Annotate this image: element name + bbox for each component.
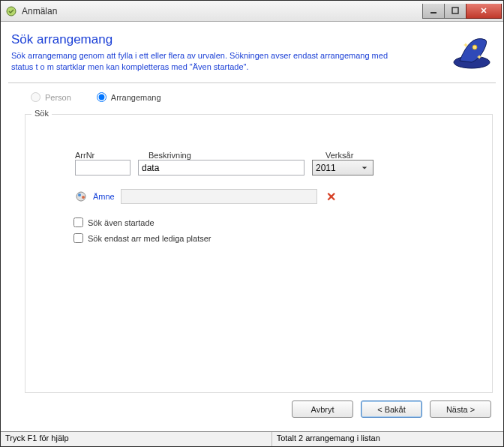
search-legend: Sök: [32, 109, 52, 118]
radio-arrangemang-input[interactable]: [97, 92, 106, 102]
amne-link[interactable]: Ämne: [93, 192, 115, 201]
maximize-button[interactable]: [444, 4, 466, 19]
arrnr-label: ArrNr: [75, 151, 135, 160]
radio-person[interactable]: Person: [31, 92, 71, 102]
radio-arrangemang[interactable]: Arrangemang: [97, 92, 161, 102]
wizard-header: Sök arrangemang Sök arrangemang genom at…: [8, 28, 496, 83]
check-startade[interactable]: Sök även startade: [74, 218, 477, 227]
search-group: Sök ArrNr Beskrivning Verksår 2011 Ämne: [25, 114, 493, 393]
svg-point-7: [82, 196, 85, 199]
app-icon: [5, 5, 17, 17]
chevron-down-icon: [359, 160, 370, 175]
subject-icon: [75, 190, 87, 202]
window-buttons: [423, 4, 502, 19]
check-startade-input[interactable]: [74, 218, 83, 227]
radio-person-input[interactable]: [31, 92, 40, 102]
amne-input[interactable]: [121, 189, 317, 204]
clear-icon[interactable]: ✕: [323, 190, 339, 204]
svg-point-4: [472, 45, 477, 50]
wizard-buttons: Avbryt < Bakåt Nästa >: [8, 393, 496, 424]
status-help: Tryck F1 för hjälp: [1, 432, 272, 446]
status-count: Totalt 2 arrangemang i listan: [272, 432, 503, 446]
status-bar: Tryck F1 för hjälp Totalt 2 arrangemang …: [1, 431, 503, 446]
close-button[interactable]: [466, 4, 502, 19]
field-inputs-row: 2011: [40, 160, 477, 176]
beskrivning-input[interactable]: [138, 160, 304, 176]
window-title: Anmälan: [22, 6, 423, 16]
verksar-value: 2011: [316, 163, 359, 173]
verksar-combo[interactable]: 2011: [312, 160, 374, 176]
cancel-button[interactable]: Avbryt: [292, 400, 353, 418]
wizard-title: Sök arrangemang: [11, 32, 493, 47]
check-lediga-input[interactable]: [74, 233, 83, 243]
field-labels-row: ArrNr Beskrivning Verksår: [40, 151, 477, 160]
arrnr-input[interactable]: [75, 160, 130, 176]
wizard-hat-icon: [451, 28, 493, 70]
mode-radios: Person Arrangemang: [8, 83, 496, 106]
back-button[interactable]: < Bakåt: [361, 400, 422, 418]
next-button[interactable]: Nästa >: [430, 400, 491, 418]
check-startade-label: Sök även startade: [88, 218, 154, 227]
minimize-button[interactable]: [422, 4, 445, 19]
radio-person-label: Person: [45, 93, 71, 102]
titlebar: Anmälan: [1, 1, 503, 22]
app-window: Anmälan Sök arrangemang Sök arrangemang …: [0, 0, 504, 447]
beskrivning-label: Beskrivning: [148, 151, 312, 160]
svg-rect-1: [430, 12, 436, 14]
check-lediga[interactable]: Sök endast arr med lediga platser: [74, 233, 477, 243]
svg-point-6: [78, 194, 81, 196]
svg-rect-2: [452, 8, 458, 14]
verksar-label: Verksår: [326, 151, 386, 160]
radio-arrangemang-label: Arrangemang: [111, 93, 161, 102]
checkboxes: Sök även startade Sök endast arr med led…: [40, 218, 477, 243]
content-area: Sök arrangemang Sök arrangemang genom at…: [1, 22, 503, 431]
amne-row: Ämne ✕: [40, 189, 477, 204]
check-lediga-label: Sök endast arr med lediga platser: [88, 234, 211, 243]
wizard-description: Sök arrangemang genom att fylla i ett el…: [11, 50, 401, 73]
